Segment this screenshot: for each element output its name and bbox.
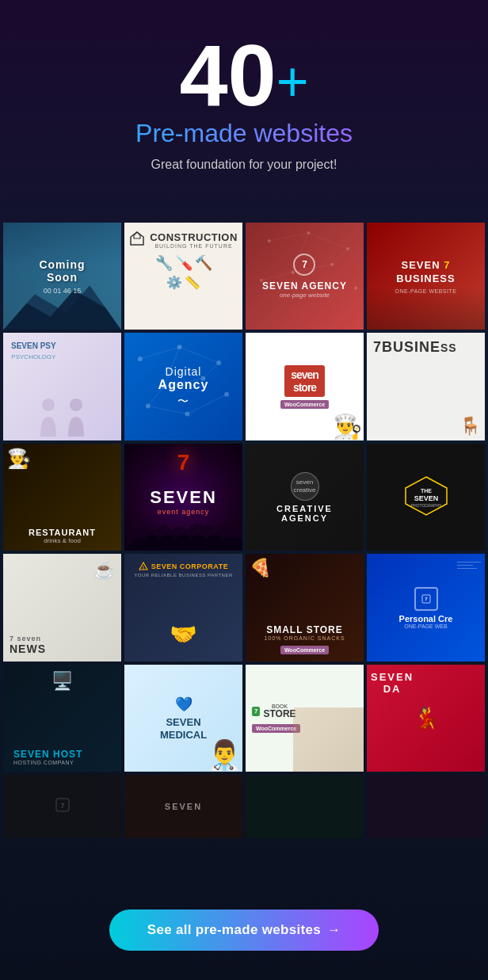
chef-icon: 👨‍🍳	[333, 413, 362, 440]
dancer-icon: 💃	[414, 706, 439, 730]
personal-inner-icon: 7	[421, 593, 432, 604]
tile-7business[interactable]: 7BUSINESS 🪑	[367, 333, 485, 440]
tile-seven-store[interactable]: sevenstore WooCommerce 👨‍🍳	[246, 333, 364, 440]
tile-construction[interactable]: CONSTRUCTION BUILDING THE FUTURE 🔧 🪛 🔨 ⚙…	[124, 223, 242, 330]
seven-business-label: SEVEN 7BUSINESS	[395, 259, 457, 286]
personal-box-icon: 7	[414, 587, 438, 611]
hero-number-container: 40+	[16, 32, 472, 119]
saw-icon: 🪛	[175, 254, 193, 272]
hero-plus: +	[276, 51, 309, 112]
website-grid: ComingSoon 00 01 46 15 CONSTRUCTION BUIL…	[0, 219, 488, 886]
svg-point-17	[42, 398, 55, 411]
event-agency-sub: event agency	[150, 508, 217, 516]
tile-seven-psy[interactable]: SEVEN PSYPSYCHOLOGY	[3, 333, 121, 440]
creative-circle-icon: sevencreative	[291, 472, 319, 501]
tile-small-store[interactable]: 🍕 SMALL STORE 100% ORGANIC SNACKS WooCom…	[246, 554, 364, 661]
tile-seven-business[interactable]: SEVEN 7BUSINESS ONE-PAGE WEBSITE	[367, 223, 485, 330]
doctor-icon: 👨‍⚕️	[207, 738, 242, 772]
tile-seven-host[interactable]: 🖥️ SEVEN HOST HOSTING COMPANY	[3, 665, 121, 772]
see-all-button[interactable]: See all pre-made websites→	[109, 909, 379, 951]
corporate-label: SEVEN CORPORATE	[151, 562, 228, 570]
handshake-icon: 🤝	[170, 621, 197, 647]
tile-seven-medical[interactable]: 💙 SEVENMEDICAL 👨‍⚕️	[124, 665, 242, 772]
construction-sub: BUILDING THE FUTURE	[150, 243, 238, 249]
tile-the-seven[interactable]: THE SEVEN PHOTOGRAPHY	[367, 444, 485, 551]
creative-agency-label: CREATIVEAGENCY	[276, 504, 333, 523]
svg-text:SEVEN: SEVEN	[414, 494, 438, 502]
tile-seven-corporate[interactable]: 🤝 SEVEN CORPORATE YOUR RELIABLE BUSINESS…	[124, 554, 242, 661]
tools-icon: 🔧	[155, 254, 173, 272]
agency-label: Agency	[158, 378, 209, 392]
tile-coming-soon[interactable]: ComingSoon 00 01 46 15	[3, 223, 121, 330]
hammer-icon: 🔨	[195, 254, 212, 272]
tile-bottom4[interactable]	[367, 775, 485, 882]
svg-line-27	[140, 348, 180, 360]
arrow-icon: →	[327, 922, 341, 938]
hero-section: 40+ Pre-made websites Great foundation f…	[0, 0, 488, 219]
restaurant-sub: drinks & food	[7, 537, 117, 544]
svg-line-11	[269, 233, 309, 241]
tile-personal-cre[interactable]: 7 Personal Cre ONE-PAGE WEB	[367, 554, 485, 661]
tile-seven-da[interactable]: 💃 SEVENDA	[367, 665, 485, 772]
woocommerce-badge: WooCommerce	[280, 400, 329, 409]
digital-label: Digital	[158, 365, 209, 378]
tile-bottom2[interactable]: SEVEN	[124, 775, 242, 882]
svg-text:7: 7	[425, 597, 428, 601]
svg-line-12	[308, 233, 348, 249]
seven-medical-label: SEVENMEDICAL	[160, 716, 207, 741]
store-label: STORE	[263, 709, 295, 719]
server-icon: 🖥️	[51, 671, 73, 692]
seven-agency-sub: one-page website	[262, 292, 347, 299]
chef-hat-icon: 👨‍🍳	[7, 448, 31, 470]
woo-badge-small-store: WooCommerce	[280, 646, 329, 654]
book-seven-badge: 7	[252, 707, 260, 716]
seven-agency-label: SEVEN AGENCY	[262, 280, 347, 292]
wrench-icon: ⚙️	[166, 275, 182, 290]
bottom2-label: SEVEN	[165, 802, 202, 811]
svg-point-10	[354, 287, 357, 290]
tile-creative-agency[interactable]: sevencreative CREATIVEAGENCY	[246, 444, 364, 551]
svg-text:PHOTOGRAPHY: PHOTOGRAPHY	[410, 503, 441, 508]
svg-text:7: 7	[60, 802, 64, 810]
tile-book-store[interactable]: 7 BOOK STORE WooCommerce	[246, 665, 364, 772]
coffee-icon: ☕	[93, 560, 115, 581]
seven-news-label: NEWS	[10, 643, 46, 655]
small-store-label: SMALL STORE	[250, 624, 360, 635]
construction-title: CONSTRUCTION	[150, 231, 238, 243]
restaurant-label: RESTAURANT	[7, 528, 117, 537]
small-store-sub: 100% ORGANIC SNACKS	[250, 635, 360, 641]
coming-soon-label: ComingSoon	[39, 258, 85, 284]
seven-agency-circle-icon: 7	[293, 254, 315, 276]
tile-bottom1[interactable]: 7	[3, 775, 121, 882]
tile-seven-agency[interactable]: 7 SEVEN AGENCY one-page website	[246, 223, 364, 330]
see-all-label: See all pre-made websites	[147, 922, 321, 937]
tile-restaurant[interactable]: 👨‍🍳 RESTAURANT drinks & food	[3, 444, 121, 551]
svg-point-20	[177, 345, 182, 350]
svg-point-18	[70, 398, 82, 411]
seven-da-label: SEVENDA	[371, 671, 414, 695]
svg-text:THE: THE	[421, 488, 432, 494]
seven-host-sub: HOSTING COMPANY	[13, 760, 82, 765]
corporate-triangle-icon	[139, 562, 148, 571]
person2-silhouette	[64, 397, 88, 437]
tile-digital-agency[interactable]: Digital Agency 〜	[124, 333, 242, 440]
seven-news-7: 7 seven	[10, 635, 46, 643]
tile-seven-news[interactable]: 7 seven NEWS ☕	[3, 554, 121, 661]
countdown-timer: 00 01 46 15	[39, 287, 85, 295]
svg-point-4	[268, 239, 271, 242]
seven-spotlight: 7	[177, 450, 190, 475]
medical-heart-icon: 💙	[160, 696, 207, 713]
hero-number: 40	[179, 32, 276, 119]
personal-sub: ONE-PAGE WEB	[399, 623, 453, 629]
seven-host-label: SEVEN HOST	[13, 749, 82, 760]
tile-seven-event[interactable]: 7 SEVEN event agency	[124, 444, 242, 551]
person-silhouette	[36, 397, 60, 437]
tile-bottom3[interactable]	[246, 775, 364, 882]
seven-psy-label: SEVEN PSYPSYCHOLOGY	[11, 341, 56, 361]
7business-label: 7BUSINESS	[373, 339, 457, 356]
mustache-icon: 〜	[158, 395, 209, 409]
svg-line-28	[180, 348, 219, 364]
corporate-sub: YOUR RELIABLE BUSINESS PARTNER	[124, 573, 242, 578]
pizza-icon: 🍕	[250, 558, 271, 578]
hero-tagline: Great foundation for your project!	[16, 158, 472, 172]
